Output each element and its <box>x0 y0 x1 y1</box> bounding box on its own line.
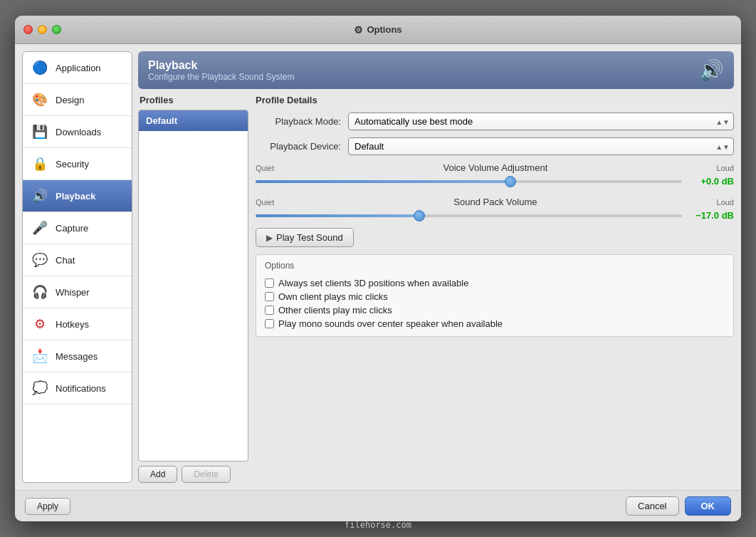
window-title: ⚙ Options <box>354 24 401 36</box>
panel-header-sound-icon: 🔊 <box>699 58 724 82</box>
sidebar-label-whisper: Whisper <box>56 287 90 298</box>
sidebar-item-downloads[interactable]: 💾 Downloads <box>23 116 132 148</box>
checkbox-label-mono: Play mono sounds over center speaker whe… <box>278 318 503 329</box>
panel-header: Playback Configure the Playback Sound Sy… <box>138 51 734 89</box>
playback-device-select[interactable]: Default System Default Speakers Headphon… <box>348 137 734 155</box>
main-panel: Playback Configure the Playback Sound Sy… <box>138 51 734 483</box>
panel-title: Playback <box>148 59 294 72</box>
sound-pack-labels: Quiet Sound Pack Volume Loud <box>256 197 734 207</box>
watermark: filehorse.com <box>345 520 411 530</box>
playback-device-select-wrapper: Default System Default Speakers Headphon… <box>348 137 734 155</box>
profile-buttons: Add Delete <box>138 466 248 483</box>
sidebar-item-security[interactable]: 🔒 Security <box>23 148 132 180</box>
security-icon: 🔒 <box>30 154 50 174</box>
voice-volume-labels: Quiet Voice Volume Adjustment Loud <box>256 162 734 173</box>
options-section: Options Always set clients 3D positions … <box>256 254 734 337</box>
traffic-lights <box>23 25 61 34</box>
voice-volume-slider[interactable] <box>256 180 682 183</box>
apply-button[interactable]: Apply <box>25 498 70 515</box>
options-section-title: Options <box>265 261 725 271</box>
notifications-icon: 💭 <box>30 378 50 398</box>
delete-profile-button[interactable]: Delete <box>182 466 231 483</box>
sound-pack-slider[interactable] <box>256 214 682 217</box>
whisper-icon: 🎧 <box>30 282 50 302</box>
play-test-sound-button[interactable]: ▶ Play Test Sound <box>256 228 354 247</box>
design-icon: 🎨 <box>30 90 50 110</box>
voice-volume-value: +0.0 dB <box>688 176 734 187</box>
checkbox-other-mic[interactable] <box>265 306 274 315</box>
profiles-label: Profiles <box>138 95 248 105</box>
playback-mode-label: Playback Mode: <box>256 116 341 127</box>
window-content: 🔵 Application 🎨 Design 💾 Downloads 🔒 Sec… <box>15 44 741 490</box>
details-section: Profile Details Playback Mode: Automatic… <box>256 95 734 483</box>
messages-icon: 📩 <box>30 346 50 366</box>
sound-pack-quiet-label: Quiet <box>256 198 274 207</box>
checkbox-row-3d: Always set clients 3D positions when ava… <box>265 276 725 290</box>
sidebar-item-chat[interactable]: 💬 Chat <box>23 244 132 276</box>
titlebar: ⚙ Options <box>15 16 741 44</box>
play-icon: ▶ <box>266 233 273 243</box>
checkbox-label-3d: Always set clients 3D positions when ava… <box>278 278 468 288</box>
sidebar-label-downloads: Downloads <box>56 127 101 137</box>
checkbox-row-own-mic: Own client plays mic clicks <box>265 290 725 303</box>
cancel-button[interactable]: Cancel <box>626 496 678 516</box>
checkbox-own-mic[interactable] <box>265 292 274 301</box>
checkbox-mono[interactable] <box>265 319 274 328</box>
checkbox-label-other-mic: Other clients play mic clicks <box>278 305 392 316</box>
sidebar-label-capture: Capture <box>56 223 88 234</box>
ok-cancel-group: Cancel OK <box>626 496 731 516</box>
voice-volume-quiet-label: Quiet <box>256 164 274 172</box>
voice-volume-track: +0.0 dB <box>256 176 734 187</box>
minimize-button[interactable] <box>38 25 47 34</box>
profile-details-label: Profile Details <box>256 95 734 105</box>
sidebar-item-notifications[interactable]: 💭 Notifications <box>23 372 132 405</box>
playback-mode-select-wrapper: Automatically use best mode DirectSound … <box>348 113 734 130</box>
slider-section: Quiet Voice Volume Adjustment Loud +0.0 … <box>256 162 734 221</box>
checkbox-row-other-mic: Other clients play mic clicks <box>265 303 725 317</box>
close-button[interactable] <box>23 25 33 34</box>
sidebar-label-notifications: Notifications <box>56 383 106 394</box>
playback-mode-select[interactable]: Automatically use best mode DirectSound … <box>348 113 734 130</box>
sidebar-item-messages[interactable]: 📩 Messages <box>23 340 132 372</box>
sound-pack-volume-row: Quiet Sound Pack Volume Loud −17.0 dB <box>256 197 734 221</box>
profiles-section: Profiles Default Add Delete <box>138 95 248 483</box>
sidebar-label-messages: Messages <box>56 351 98 362</box>
playback-device-row: Playback Device: Default System Default … <box>256 137 734 155</box>
checkbox-row-mono: Play mono sounds over center speaker whe… <box>265 317 725 330</box>
profile-label: Default <box>146 115 177 126</box>
sidebar-label-security: Security <box>56 159 89 170</box>
gear-icon: ⚙ <box>354 24 363 36</box>
profile-item-default[interactable]: Default <box>139 110 248 131</box>
sound-pack-loud-label: Loud <box>717 198 734 207</box>
sidebar: 🔵 Application 🎨 Design 💾 Downloads 🔒 Sec… <box>22 51 132 483</box>
play-test-sound-label: Play Test Sound <box>276 232 343 243</box>
sidebar-label-chat: Chat <box>56 255 75 266</box>
panel-header-left: Playback Configure the Playback Sound Sy… <box>148 59 294 82</box>
voice-volume-title: Voice Volume Adjustment <box>274 162 716 173</box>
maximize-button[interactable] <box>52 25 61 34</box>
sidebar-label-application: Application <box>56 63 101 73</box>
profiles-list: Default <box>138 110 248 462</box>
sound-pack-title: Sound Pack Volume <box>274 197 716 207</box>
downloads-icon: 💾 <box>30 122 50 142</box>
sound-pack-track: −17.0 dB <box>256 210 734 221</box>
sidebar-item-design[interactable]: 🎨 Design <box>23 84 132 116</box>
panel-subtitle: Configure the Playback Sound System <box>148 72 294 82</box>
chat-icon: 💬 <box>30 250 50 270</box>
sidebar-item-application[interactable]: 🔵 Application <box>23 52 132 84</box>
add-profile-button[interactable]: Add <box>138 466 177 483</box>
sidebar-item-hotkeys[interactable]: ⚙ Hotkeys <box>23 308 132 340</box>
playback-icon: 🔊 <box>30 186 50 206</box>
sidebar-item-playback[interactable]: 🔊 Playback <box>23 180 132 212</box>
checkbox-3d[interactable] <box>265 278 274 288</box>
panel-body: Profiles Default Add Delete Profile Deta… <box>138 95 734 483</box>
playback-mode-row: Playback Mode: Automatically use best mo… <box>256 113 734 130</box>
window-footer: Apply Cancel OK <box>15 490 741 521</box>
ok-button[interactable]: OK <box>685 496 732 516</box>
sidebar-label-playback: Playback <box>56 191 95 202</box>
sidebar-label-design: Design <box>56 95 84 105</box>
hotkeys-icon: ⚙ <box>30 314 50 334</box>
sidebar-item-capture[interactable]: 🎤 Capture <box>23 212 132 244</box>
sidebar-item-whisper[interactable]: 🎧 Whisper <box>23 276 132 308</box>
sidebar-label-hotkeys: Hotkeys <box>56 319 89 330</box>
